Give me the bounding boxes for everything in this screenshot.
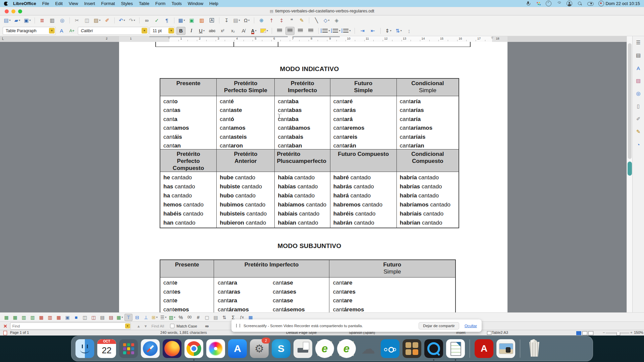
font-name-select[interactable]: Calibri▼ <box>78 27 148 35</box>
undo-button[interactable]: ↶▾ <box>117 16 126 24</box>
table-cell[interactable]: he cantadohas cantadoha cantadohemos can… <box>160 172 217 228</box>
document-area[interactable]: MODO INDICATIVO PresentePretéritoPerfect… <box>0 42 644 312</box>
new-document-button[interactable]: ▤▾ <box>3 16 12 24</box>
dropdown-arrow-icon[interactable]: ▾ <box>134 19 135 22</box>
dock-icon-photos[interactable] <box>206 339 225 358</box>
dropdown-arrow-icon[interactable]: ▼ <box>142 28 147 34</box>
header-cell[interactable]: PretéritoPerfectoCompuesto <box>160 149 217 172</box>
table-cell[interactable]: cantocantascantacantamoscantáiscantan <box>160 96 217 149</box>
menu-insert[interactable]: Insert <box>81 1 98 6</box>
increase-indent-button[interactable]: ⇥ <box>358 27 367 35</box>
table-cell[interactable]: cantaracantasecantarascantasescantaracan… <box>214 278 329 312</box>
endnote-button[interactable]: ‡ <box>277 16 286 24</box>
update-style-button[interactable]: A <box>57 27 66 35</box>
align-bottom-button[interactable]: ⊥ <box>142 314 150 321</box>
dock-icon-system-settings[interactable]: ⚙2 <box>250 339 269 358</box>
table-cell[interactable]: cantecantescantecantemos <box>160 278 214 312</box>
close-find-bar-button[interactable]: ✕ <box>3 323 7 329</box>
justify-button[interactable] <box>306 27 315 35</box>
menu-help[interactable]: Help <box>206 1 221 6</box>
clear-formatting-button[interactable]: A̸ <box>239 27 248 35</box>
borders-button[interactable]: ⊞▾ <box>151 314 159 321</box>
header-cell[interactable]: Presente <box>160 79 217 96</box>
dropdown-arrow-icon[interactable]: ▾ <box>328 19 329 22</box>
dropdown-arrow-icon[interactable]: ▾ <box>124 19 125 22</box>
right-indent-marker[interactable]: ▽ <box>491 36 493 39</box>
selection-mode-icon[interactable] <box>487 331 491 335</box>
sidebar-tab-accessibility-check[interactable]: ◔ <box>634 140 642 148</box>
zoom-in-button[interactable]: + <box>630 330 632 335</box>
merge-cells-button[interactable]: ◫ <box>81 314 89 321</box>
header-cell[interactable]: CondicionalSimple <box>397 79 459 96</box>
dock-icon-quicktime[interactable] <box>424 339 443 358</box>
redo-button[interactable]: ↷▾ <box>127 16 137 24</box>
dropdown-arrow-icon[interactable]: ▾ <box>19 19 20 22</box>
track-changes-button[interactable]: ✎ <box>297 16 306 24</box>
dock-icon-app-store[interactable]: A <box>228 339 247 358</box>
book-view-button[interactable] <box>588 331 593 335</box>
page-break-button[interactable]: ↧ <box>222 16 231 24</box>
save-button[interactable]: ▣▾ <box>23 16 32 24</box>
menu-tools[interactable]: Tools <box>168 1 184 6</box>
status-page-number[interactable]: Page 1 of 1 <box>10 330 29 335</box>
dropdown-arrow-icon[interactable]: ▼ <box>168 28 174 34</box>
indent-marker[interactable]: ▽ <box>168 36 170 39</box>
draw-functions-button[interactable]: ◈ <box>332 16 341 24</box>
sidebar-tab-gallery[interactable]: ▨ <box>634 77 642 85</box>
optimize-size-button[interactable]: ▦▾ <box>116 314 124 321</box>
menu-file[interactable]: File <box>39 1 52 6</box>
find-history-dropdown[interactable]: ▼ <box>125 323 130 328</box>
match-case-checkbox[interactable] <box>170 324 174 328</box>
hyperlink-button[interactable]: ⊕ <box>257 16 266 24</box>
background-color-button[interactable]: ▨▾ <box>168 314 176 321</box>
insert-row-above-button[interactable]: ▦ <box>2 314 10 321</box>
table-modo-indicativo[interactable]: PresentePretéritoPerfecto SimplePretérit… <box>160 78 459 228</box>
protect-cells-button[interactable]: ▢ <box>203 314 211 321</box>
numbered-list-button[interactable]: ▾ <box>332 27 341 35</box>
sidebar-tab-properties[interactable]: ▤ <box>634 51 642 59</box>
find-all-button[interactable]: Find All <box>152 324 164 328</box>
table-modo-subjuntivo[interactable]: PresentePretérito ImperfectoFuturoSimple… <box>160 259 456 312</box>
comment-button[interactable]: ❝ <box>287 16 296 24</box>
menu-window[interactable]: Window <box>185 1 206 6</box>
print-preview-button[interactable]: ◎ <box>58 16 67 24</box>
insert-chart-button[interactable]: ▥ <box>197 16 206 24</box>
dock-icon-printer[interactable] <box>293 339 312 358</box>
heading-modo-subjuntivo[interactable]: MODO SUBJUNTIVO <box>160 242 459 250</box>
wifi-icon[interactable] <box>556 1 561 6</box>
record-icon[interactable] <box>598 1 604 6</box>
cut-button[interactable]: ✂ <box>72 16 82 24</box>
sidebar-tab-page[interactable]: ▯ <box>634 102 642 110</box>
dropdown-arrow-icon[interactable]: ▾ <box>339 29 340 32</box>
strikethrough-button[interactable]: abc <box>208 27 217 35</box>
menu-styles[interactable]: Styles <box>118 1 136 6</box>
user-circle-icon[interactable] <box>567 1 572 6</box>
subscript-button[interactable]: x₂ <box>228 27 237 35</box>
header-cell[interactable]: FuturoSimple <box>330 79 397 96</box>
find-and-replace-icon[interactable]: ∞ <box>205 323 209 329</box>
dropdown-arrow-icon[interactable]: ▾ <box>156 316 158 319</box>
dropdown-arrow-icon[interactable]: ▾ <box>174 316 175 319</box>
header-cell[interactable]: Presente <box>160 260 214 277</box>
dropdown-arrow-icon[interactable]: ▾ <box>122 316 123 319</box>
dropdown-arrow-icon[interactable]: ▾ <box>255 29 257 32</box>
basic-shapes-button[interactable]: ◇▾ <box>322 16 331 24</box>
dock-icon-finder[interactable] <box>75 339 94 358</box>
split-table-button[interactable]: ▤ <box>107 314 115 321</box>
dock-icon-acrobat[interactable]: A <box>475 339 493 358</box>
sidebar-tab-manage-changes[interactable]: ✎ <box>634 128 642 136</box>
dropdown-arrow-icon[interactable]: ▾ <box>328 29 330 32</box>
header-cell[interactable]: Pretérito Imperfecto <box>214 260 329 277</box>
table-cell[interactable]: hube cantadohubiste cantadohubo cantadoh… <box>217 172 275 228</box>
hide-notification-link[interactable]: Ocultar <box>465 324 477 328</box>
dock-icon-preview[interactable] <box>496 339 515 358</box>
dropdown-arrow-icon[interactable]: ▾ <box>349 29 351 32</box>
dropdown-arrow-icon[interactable]: ▾ <box>9 19 11 22</box>
dock-icon-calendar[interactable]: OCT22 <box>97 339 116 358</box>
sidebar-tab-style-inspector[interactable]: ✐ <box>634 115 642 123</box>
header-cell[interactable]: PretéritoPluscuamperfecto <box>275 149 330 172</box>
menu-view[interactable]: View <box>66 1 81 6</box>
select-table-button[interactable]: ■ <box>72 314 80 321</box>
header-cell[interactable]: PretéritoAnterior <box>217 149 275 172</box>
insert-field-button[interactable]: ▤▾ <box>232 16 241 24</box>
